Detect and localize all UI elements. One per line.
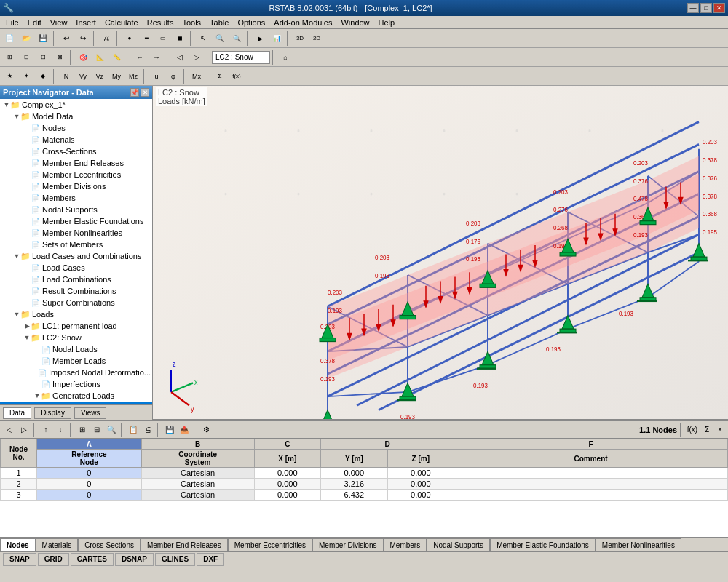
tree-item-load-cases-item[interactable]: 📄Load Cases — [0, 262, 152, 274]
menu-item-add-onmodules[interactable]: Add-on Modules — [269, 17, 336, 28]
solid-button[interactable]: ◼ — [172, 31, 188, 47]
tab-materials[interactable]: Materials — [36, 538, 79, 551]
load-case-next[interactable]: ▷ — [189, 49, 205, 65]
tree-item-member-elastic-foundations[interactable]: 📄Member Elastic Foundations — [0, 215, 152, 227]
tree-item-imposed-nodal[interactable]: 📄Imposed Nodal Deformatio... — [0, 367, 152, 378]
nav-tab-views[interactable]: Views — [74, 407, 107, 419]
zoom-in-button[interactable]: 🔍 — [212, 31, 228, 47]
tree-item-member-divisions[interactable]: 📄Member Divisions — [0, 180, 152, 192]
tree-item-imperfections[interactable]: 📄Imperfections — [0, 378, 152, 390]
calc-button[interactable]: ▶ — [252, 31, 268, 47]
tb3-6[interactable]: Vz — [92, 68, 108, 84]
menu-item-table[interactable]: Table — [205, 17, 233, 28]
tab-member-nonlinearities[interactable]: Member Nonlinearities — [596, 538, 681, 551]
tb2-3[interactable]: ⊡ — [35, 49, 51, 65]
tree-item-load-combinations[interactable]: 📄Load Combinations — [0, 274, 152, 285]
tab-nodes[interactable]: Nodes — [0, 538, 36, 551]
redo-button[interactable]: ↪ — [75, 31, 91, 47]
table-row[interactable]: 20Cartesian0.0003.2160.000 — [1, 479, 728, 490]
open-button[interactable]: 📂 — [18, 31, 34, 47]
bt-6[interactable]: ⊟ — [90, 423, 103, 436]
tree-item-lc2[interactable]: ▼📁LC2: Snow — [0, 332, 152, 343]
status-dxf[interactable]: DXF — [197, 553, 224, 566]
tb2-1[interactable]: ⊞ — [1, 49, 17, 65]
tab-member-divisions[interactable]: Member Divisions — [312, 538, 383, 551]
bt-5[interactable]: ⊞ — [76, 423, 89, 436]
menu-item-help[interactable]: Help — [374, 17, 400, 28]
bt-10[interactable]: 💾 — [163, 423, 176, 436]
tab-member-eccentricities[interactable]: Member Eccentricities — [228, 538, 312, 551]
menu-item-tools[interactable]: Tools — [178, 17, 205, 28]
tb3-7[interactable]: My — [108, 68, 124, 84]
tb3-5[interactable]: Vy — [75, 68, 91, 84]
bt-8[interactable]: 📋 — [127, 423, 140, 436]
tree-item-load-cases[interactable]: ▼📁Load Cases and Combinations — [0, 250, 152, 262]
view3d-button[interactable]: 3D — [292, 31, 308, 47]
tree-item-nodal-supports[interactable]: 📄Nodal Supports — [0, 204, 152, 215]
menu-item-calculate[interactable]: Calculate — [100, 17, 143, 28]
tb3-8[interactable]: Mz — [125, 68, 141, 84]
tb2-4[interactable]: ⊠ — [52, 49, 68, 65]
tree-item-member-end-releases[interactable]: 📄Member End Releases — [0, 157, 152, 169]
tree-item-materials[interactable]: 📄Materials — [0, 134, 152, 146]
tb3-3[interactable]: ◆ — [35, 68, 51, 84]
tb2-6[interactable]: 📐 — [92, 49, 108, 65]
select-button[interactable]: ↖ — [195, 31, 211, 47]
tab-nodal-supports[interactable]: Nodal Supports — [427, 538, 490, 551]
status-grid[interactable]: GRID — [38, 553, 69, 566]
bt-7[interactable]: 🔍 — [105, 423, 118, 436]
undo-button[interactable]: ↩ — [58, 31, 74, 47]
tree-item-sets-of-members[interactable]: 📄Sets of Members — [0, 239, 152, 250]
menu-item-results[interactable]: Results — [143, 17, 178, 28]
load-case-prev[interactable]: ◁ — [172, 49, 188, 65]
new-button[interactable]: 📄 — [1, 31, 17, 47]
bt-sigma[interactable]: Σ — [700, 423, 713, 436]
tab-members[interactable]: Members — [384, 538, 427, 551]
table-scroll[interactable]: NodeNo. A B C D F ReferenceNode Coordina… — [0, 439, 728, 537]
tab-member-elastic-foundations[interactable]: Member Elastic Foundations — [490, 538, 596, 551]
tree-item-nodal-loads[interactable]: 📄Nodal Loads — [0, 343, 152, 355]
tb3-11[interactable]: Mx — [189, 68, 205, 84]
bt-fx[interactable]: f(x) — [686, 423, 699, 436]
minimize-button[interactable]: — — [687, 3, 699, 13]
view2d-button[interactable]: 2D — [309, 31, 325, 47]
zoom-out-button[interactable]: 🔍 — [229, 31, 245, 47]
save-button[interactable]: 💾 — [35, 31, 51, 47]
results-button[interactable]: 📊 — [269, 31, 285, 47]
close-button[interactable]: ✕ — [713, 3, 725, 13]
nav-tab-data[interactable]: Data — [3, 407, 31, 419]
tree-item-generated-loads[interactable]: ▼📁Generated Loads — [0, 390, 152, 402]
tb2-2[interactable]: ⊟ — [18, 49, 34, 65]
tb3-9[interactable]: u — [149, 68, 165, 84]
status-dsnap[interactable]: DSNAP — [115, 553, 154, 566]
table-row[interactable]: 10Cartesian0.0000.0000.000 — [1, 468, 728, 479]
table-row[interactable]: 30Cartesian0.0006.4320.000 — [1, 490, 728, 501]
tab-cross-sections[interactable]: Cross-Sections — [78, 538, 141, 551]
status-snap[interactable]: SNAP — [3, 553, 36, 566]
bt-1[interactable]: ◁ — [3, 423, 16, 436]
status-glines[interactable]: GLINES — [155, 553, 195, 566]
nav-pin[interactable]: 📌 — [130, 88, 139, 97]
tree-item-complex1[interactable]: ▼📁Complex_1* — [0, 99, 152, 111]
tree-item-member-loads[interactable]: 📄Member Loads — [0, 355, 152, 367]
node-button[interactable]: ● — [122, 31, 138, 47]
tb3-12[interactable]: Σ — [212, 68, 228, 84]
menu-item-file[interactable]: File — [1, 17, 23, 28]
tree-item-lc1[interactable]: ▶📁LC1: permanent load — [0, 320, 152, 332]
tb2-5[interactable]: 🎯 — [75, 49, 91, 65]
tree-item-member-nonlinearities[interactable]: 📄Member Nonlinearities — [0, 227, 152, 239]
bt-3[interactable]: ↑ — [39, 423, 52, 436]
status-cartes[interactable]: CARTES — [71, 553, 114, 566]
member-button[interactable]: ━ — [138, 31, 154, 47]
maximize-button[interactable]: □ — [700, 3, 712, 13]
bt-close-panel[interactable]: × — [715, 423, 725, 436]
menu-item-window[interactable]: Window — [336, 17, 373, 28]
tree-item-result-combinations[interactable]: 📄Result Combinations — [0, 285, 152, 297]
tree-item-model-data[interactable]: ▼📁Model Data — [0, 111, 152, 122]
tb2-8[interactable]: ← — [132, 49, 148, 65]
tb3-2[interactable]: ✦ — [18, 68, 34, 84]
surface-button[interactable]: ▭ — [155, 31, 171, 47]
print-button[interactable]: 🖨 — [98, 31, 114, 47]
menu-item-view[interactable]: View — [46, 17, 72, 28]
tree-item-super-combinations[interactable]: 📄Super Combinations — [0, 297, 152, 308]
